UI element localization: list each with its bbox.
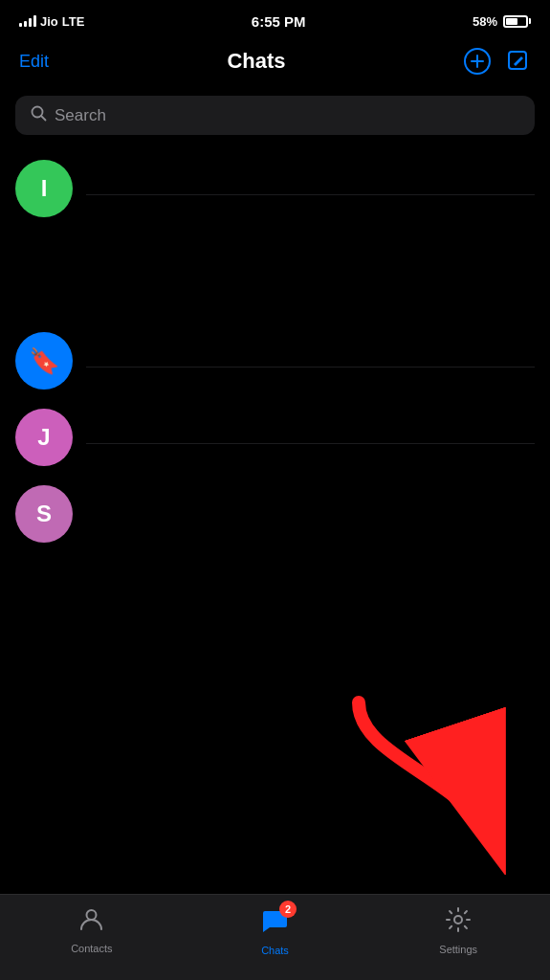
time-label: 6:55 PM — [252, 13, 306, 30]
chats-icon: 2 — [261, 906, 289, 941]
avatar-3: J — [15, 409, 73, 466]
new-group-icon — [464, 48, 491, 75]
chat-list: I 🔖 J S — [0, 143, 550, 560]
avatar-1: I — [15, 160, 73, 217]
svg-point-8 — [454, 916, 462, 924]
search-bar[interactable]: Search — [15, 96, 535, 135]
contacts-icon — [78, 906, 104, 939]
tab-chats[interactable]: 2 Chats — [184, 906, 367, 956]
tab-settings[interactable]: Settings — [366, 906, 550, 955]
network-label: LTE — [62, 14, 85, 29]
nav-actions — [464, 48, 531, 75]
avatar-4: S — [15, 485, 73, 543]
status-right: 58% — [473, 14, 531, 29]
compose-button[interactable] — [506, 49, 531, 74]
battery-icon — [503, 15, 531, 28]
chat-info-4 — [86, 508, 535, 520]
search-placeholder: Search — [55, 106, 106, 125]
avatar-2: 🔖 — [15, 332, 73, 390]
svg-point-7 — [87, 910, 97, 920]
chat-item-1[interactable]: I — [0, 150, 550, 227]
chat-item-4[interactable]: S — [0, 476, 550, 552]
chat-item-2[interactable]: 🔖 — [0, 323, 550, 399]
new-group-button[interactable] — [464, 48, 491, 75]
bookmark-icon: 🔖 — [29, 346, 59, 376]
search-icon — [31, 105, 47, 125]
red-arrow-indicator — [320, 683, 531, 875]
search-container: Search — [0, 88, 550, 143]
chats-badge: 2 — [279, 901, 297, 918]
chat-info-1 — [86, 183, 535, 195]
chat-info-2 — [86, 355, 535, 368]
edit-button[interactable]: Edit — [19, 52, 49, 72]
battery-percent: 58% — [473, 14, 497, 29]
page-title: Chats — [227, 49, 285, 74]
tab-bar: Contacts 2 Chats Settings — [0, 894, 550, 980]
status-left: Jio LTE — [19, 14, 84, 29]
svg-line-5 — [41, 116, 46, 121]
settings-label: Settings — [439, 944, 477, 955]
compose-icon — [506, 49, 531, 74]
contacts-label: Contacts — [71, 943, 112, 954]
chat-item-3[interactable]: J — [0, 399, 550, 476]
signal-icon — [19, 15, 36, 27]
chat-info-3 — [86, 432, 535, 444]
settings-icon — [445, 906, 472, 940]
spacer-1 — [0, 227, 550, 323]
tab-contacts[interactable]: Contacts — [0, 906, 184, 954]
chats-label: Chats — [261, 945, 289, 956]
status-bar: Jio LTE 6:55 PM 58% — [0, 0, 550, 38]
nav-bar: Edit Chats — [0, 38, 550, 88]
carrier-label: Jio — [40, 14, 58, 29]
